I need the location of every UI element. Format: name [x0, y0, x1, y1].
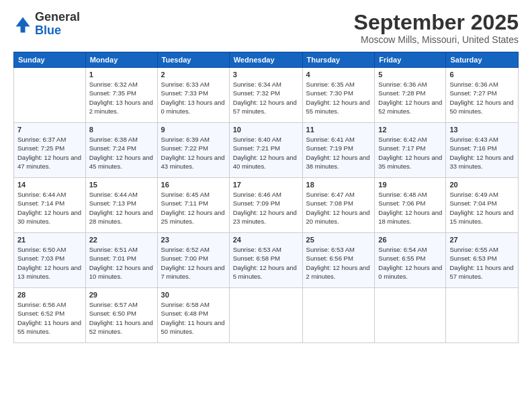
- day-info: Sunrise: 6:54 AM Sunset: 6:55 PM Dayligh…: [378, 245, 442, 281]
- calendar-cell: 11Sunrise: 6:41 AM Sunset: 7:19 PM Dayli…: [302, 123, 375, 178]
- month-title: September 2025: [354, 11, 519, 34]
- header-monday: Monday: [85, 52, 157, 68]
- calendar-cell: [446, 288, 519, 343]
- day-number: 6: [449, 71, 515, 79]
- calendar-week-row-4: 28Sunrise: 6:56 AM Sunset: 6:52 PM Dayli…: [14, 288, 519, 343]
- header: General Blue September 2025 Moscow Mills…: [13, 11, 519, 45]
- day-info: Sunrise: 6:40 AM Sunset: 7:21 PM Dayligh…: [233, 135, 299, 171]
- logo-icon: [13, 15, 32, 34]
- calendar-cell: [14, 68, 86, 123]
- svg-marker-0: [16, 17, 30, 32]
- day-number: 1: [89, 71, 154, 79]
- calendar-cell: 21Sunrise: 6:50 AM Sunset: 7:03 PM Dayli…: [14, 233, 86, 288]
- calendar-cell: 22Sunrise: 6:51 AM Sunset: 7:01 PM Dayli…: [85, 233, 157, 288]
- day-info: Sunrise: 6:55 AM Sunset: 6:53 PM Dayligh…: [449, 245, 515, 281]
- calendar-cell: 16Sunrise: 6:45 AM Sunset: 7:11 PM Dayli…: [157, 178, 229, 233]
- calendar-cell: [302, 288, 375, 343]
- day-number: 22: [89, 236, 154, 244]
- day-number: 8: [89, 126, 154, 134]
- logo-blue: Blue: [35, 24, 61, 37]
- day-info: Sunrise: 6:44 AM Sunset: 7:13 PM Dayligh…: [89, 190, 154, 226]
- calendar-cell: 15Sunrise: 6:44 AM Sunset: 7:13 PM Dayli…: [85, 178, 157, 233]
- calendar-cell: 5Sunrise: 6:36 AM Sunset: 7:28 PM Daylig…: [375, 68, 446, 123]
- calendar-cell: 30Sunrise: 6:58 AM Sunset: 6:48 PM Dayli…: [157, 288, 229, 343]
- day-info: Sunrise: 6:56 AM Sunset: 6:52 PM Dayligh…: [17, 300, 82, 336]
- calendar-week-row-2: 14Sunrise: 6:44 AM Sunset: 7:14 PM Dayli…: [14, 178, 519, 233]
- day-info: Sunrise: 6:53 AM Sunset: 6:56 PM Dayligh…: [306, 245, 371, 281]
- day-info: Sunrise: 6:39 AM Sunset: 7:22 PM Dayligh…: [161, 135, 226, 171]
- day-number: 13: [449, 126, 515, 134]
- calendar-cell: 17Sunrise: 6:46 AM Sunset: 7:09 PM Dayli…: [229, 178, 302, 233]
- calendar: Sunday Monday Tuesday Wednesday Thursday…: [13, 52, 519, 343]
- day-info: Sunrise: 6:49 AM Sunset: 7:04 PM Dayligh…: [449, 190, 515, 226]
- calendar-cell: 4Sunrise: 6:35 AM Sunset: 7:30 PM Daylig…: [302, 68, 375, 123]
- day-number: 20: [449, 181, 515, 189]
- day-number: 24: [233, 236, 299, 244]
- calendar-header-row: Sunday Monday Tuesday Wednesday Thursday…: [14, 52, 519, 68]
- day-info: Sunrise: 6:52 AM Sunset: 7:00 PM Dayligh…: [161, 245, 226, 281]
- calendar-cell: 8Sunrise: 6:38 AM Sunset: 7:24 PM Daylig…: [85, 123, 157, 178]
- calendar-cell: 13Sunrise: 6:43 AM Sunset: 7:16 PM Dayli…: [446, 123, 519, 178]
- calendar-cell: 25Sunrise: 6:53 AM Sunset: 6:56 PM Dayli…: [302, 233, 375, 288]
- day-number: 4: [306, 71, 371, 79]
- header-wednesday: Wednesday: [229, 52, 302, 68]
- day-info: Sunrise: 6:50 AM Sunset: 7:03 PM Dayligh…: [17, 245, 82, 281]
- page: General Blue September 2025 Moscow Mills…: [0, 0, 532, 411]
- day-info: Sunrise: 6:32 AM Sunset: 7:35 PM Dayligh…: [89, 80, 154, 116]
- calendar-week-row-3: 21Sunrise: 6:50 AM Sunset: 7:03 PM Dayli…: [14, 233, 519, 288]
- day-number: 21: [17, 236, 82, 244]
- calendar-week-row-1: 7Sunrise: 6:37 AM Sunset: 7:25 PM Daylig…: [14, 123, 519, 178]
- location: Moscow Mills, Missouri, United States: [354, 34, 519, 45]
- calendar-cell: 7Sunrise: 6:37 AM Sunset: 7:25 PM Daylig…: [14, 123, 86, 178]
- day-number: 16: [161, 181, 226, 189]
- day-info: Sunrise: 6:44 AM Sunset: 7:14 PM Dayligh…: [17, 190, 82, 226]
- logo-general: General: [35, 10, 80, 24]
- day-info: Sunrise: 6:58 AM Sunset: 6:48 PM Dayligh…: [161, 300, 226, 336]
- day-info: Sunrise: 6:36 AM Sunset: 7:28 PM Dayligh…: [378, 80, 442, 116]
- calendar-cell: 29Sunrise: 6:57 AM Sunset: 6:50 PM Dayli…: [85, 288, 157, 343]
- calendar-cell: 26Sunrise: 6:54 AM Sunset: 6:55 PM Dayli…: [375, 233, 446, 288]
- day-number: 12: [378, 126, 442, 134]
- header-sunday: Sunday: [14, 52, 86, 68]
- calendar-cell: 18Sunrise: 6:47 AM Sunset: 7:08 PM Dayli…: [302, 178, 375, 233]
- day-info: Sunrise: 6:43 AM Sunset: 7:16 PM Dayligh…: [449, 135, 515, 171]
- header-friday: Friday: [375, 52, 446, 68]
- calendar-cell: 3Sunrise: 6:34 AM Sunset: 7:32 PM Daylig…: [229, 68, 302, 123]
- day-info: Sunrise: 6:33 AM Sunset: 7:33 PM Dayligh…: [161, 80, 226, 116]
- day-number: 3: [233, 71, 299, 79]
- day-number: 11: [306, 126, 371, 134]
- day-number: 5: [378, 71, 442, 79]
- day-number: 28: [17, 291, 82, 299]
- day-info: Sunrise: 6:34 AM Sunset: 7:32 PM Dayligh…: [233, 80, 299, 116]
- day-info: Sunrise: 6:38 AM Sunset: 7:24 PM Dayligh…: [89, 135, 154, 171]
- day-number: 14: [17, 181, 82, 189]
- day-info: Sunrise: 6:35 AM Sunset: 7:30 PM Dayligh…: [306, 80, 371, 116]
- day-info: Sunrise: 6:48 AM Sunset: 7:06 PM Dayligh…: [378, 190, 442, 226]
- day-info: Sunrise: 6:41 AM Sunset: 7:19 PM Dayligh…: [306, 135, 371, 171]
- day-info: Sunrise: 6:42 AM Sunset: 7:17 PM Dayligh…: [378, 135, 442, 171]
- calendar-cell: 23Sunrise: 6:52 AM Sunset: 7:00 PM Dayli…: [157, 233, 229, 288]
- day-number: 10: [233, 126, 299, 134]
- calendar-cell: 19Sunrise: 6:48 AM Sunset: 7:06 PM Dayli…: [375, 178, 446, 233]
- calendar-week-row-0: 1Sunrise: 6:32 AM Sunset: 7:35 PM Daylig…: [14, 68, 519, 123]
- day-number: 17: [233, 181, 299, 189]
- day-number: 27: [449, 236, 515, 244]
- logo-text: General Blue: [35, 11, 80, 38]
- day-info: Sunrise: 6:51 AM Sunset: 7:01 PM Dayligh…: [89, 245, 154, 281]
- day-number: 9: [161, 126, 226, 134]
- title-block: September 2025 Moscow Mills, Missouri, U…: [354, 11, 519, 45]
- day-number: 23: [161, 236, 226, 244]
- calendar-cell: 20Sunrise: 6:49 AM Sunset: 7:04 PM Dayli…: [446, 178, 519, 233]
- calendar-cell: 6Sunrise: 6:36 AM Sunset: 7:27 PM Daylig…: [446, 68, 519, 123]
- header-tuesday: Tuesday: [157, 52, 229, 68]
- day-info: Sunrise: 6:36 AM Sunset: 7:27 PM Dayligh…: [449, 80, 515, 116]
- calendar-cell: [229, 288, 302, 343]
- logo: General Blue: [13, 11, 80, 38]
- day-number: 25: [306, 236, 371, 244]
- day-info: Sunrise: 6:53 AM Sunset: 6:58 PM Dayligh…: [233, 245, 299, 281]
- day-info: Sunrise: 6:57 AM Sunset: 6:50 PM Dayligh…: [89, 300, 154, 336]
- calendar-cell: 12Sunrise: 6:42 AM Sunset: 7:17 PM Dayli…: [375, 123, 446, 178]
- calendar-cell: 14Sunrise: 6:44 AM Sunset: 7:14 PM Dayli…: [14, 178, 86, 233]
- day-number: 30: [161, 291, 226, 299]
- calendar-cell: 27Sunrise: 6:55 AM Sunset: 6:53 PM Dayli…: [446, 233, 519, 288]
